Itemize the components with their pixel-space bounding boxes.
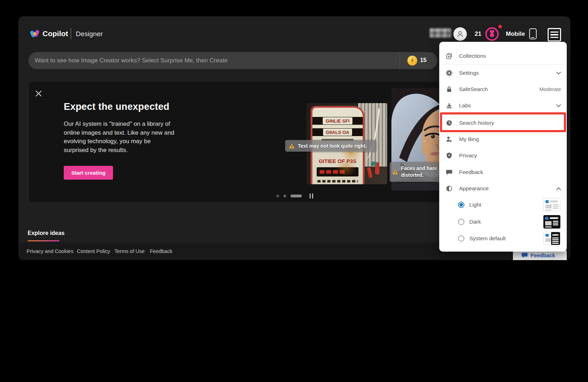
warning-icon xyxy=(392,169,398,175)
appearance-option-light[interactable]: Light xyxy=(439,197,567,213)
collections-icon xyxy=(446,52,453,60)
banner-body: Our AI system is "trained" on a library … xyxy=(64,120,174,155)
phone-icon[interactable] xyxy=(529,28,537,39)
explore-ideas-tab[interactable]: Explore ideas xyxy=(28,230,64,236)
dark-theme-thumbnail[interactable] xyxy=(543,215,560,229)
faces-warning-tooltip: Faces and hand distorted. xyxy=(390,162,440,182)
prompt-search-bar[interactable]: Want to see how Image Creator works? Sel… xyxy=(28,52,437,69)
intro-banner-card: Expect the unexpected Our AI system is "… xyxy=(29,82,440,202)
menu-item-settings[interactable]: Settings xyxy=(439,65,567,81)
menu-item-label: Privacy xyxy=(459,152,477,159)
speech-bubble-icon xyxy=(446,169,453,176)
feedback-button-label: Feedback xyxy=(531,252,555,258)
header-divider xyxy=(70,28,71,39)
menu-item-label: Labs xyxy=(459,102,471,109)
shield-icon xyxy=(446,152,453,159)
pump-sign-text: GIIALS OA xyxy=(326,130,349,135)
footer-link-privacy[interactable]: Privacy and Cookies xyxy=(27,248,73,254)
clock-icon xyxy=(446,119,453,127)
menu-item-collections[interactable]: Collections xyxy=(439,48,567,64)
light-theme-thumbnail[interactable] xyxy=(543,198,560,212)
hamburger-menu-button[interactable] xyxy=(548,28,561,41)
pause-icon[interactable] xyxy=(309,193,315,199)
rewards-count[interactable]: 21 xyxy=(475,30,481,38)
menu-item-feedback[interactable]: Feedback xyxy=(439,164,567,180)
menu-item-label: Feedback xyxy=(459,169,483,175)
menu-item-label: SafeSearch xyxy=(459,86,488,92)
feedback-button[interactable]: Feedback xyxy=(513,250,567,260)
avatar[interactable] xyxy=(453,27,467,41)
menu-item-labs[interactable]: Labs xyxy=(439,97,567,114)
menu-item-search-history[interactable]: Search history xyxy=(439,115,567,131)
boost-count: 15 xyxy=(420,57,426,63)
boost-coin-icon xyxy=(407,56,417,66)
footer-link-terms[interactable]: Terms of Use xyxy=(114,248,145,254)
warning-text: Faces and hand xyxy=(401,165,437,172)
system-theme-thumbnail[interactable] xyxy=(543,232,560,245)
lock-icon xyxy=(446,86,453,93)
appearance-option-label: System default xyxy=(469,235,506,242)
chevron-up-icon xyxy=(556,187,561,190)
notification-dot xyxy=(498,25,502,28)
search-placeholder: Want to see how Image Creator works? Sel… xyxy=(35,52,228,69)
close-icon[interactable] xyxy=(34,89,43,98)
appearance-option-dark[interactable]: Dark xyxy=(439,214,567,230)
menu-item-my-bing[interactable]: My Bing xyxy=(439,131,567,147)
appearance-option-label: Dark xyxy=(469,219,481,225)
menu-item-privacy[interactable]: Privacy xyxy=(439,147,567,164)
start-creating-button[interactable]: Start creating xyxy=(64,166,113,180)
safesearch-value: Moderate xyxy=(539,86,561,92)
footer-link-content-policy[interactable]: Content Policy xyxy=(77,248,110,254)
chevron-down-icon xyxy=(556,104,561,107)
text-warning-tooltip: Text may not look quite right. xyxy=(285,140,376,152)
half-circle-appearance-icon xyxy=(446,185,453,192)
person-icon xyxy=(456,30,464,38)
app-name[interactable]: Copilot xyxy=(43,29,68,38)
menu-item-appearance[interactable]: Appearance xyxy=(439,180,567,197)
menu-separator xyxy=(439,64,567,64)
radio-unselected[interactable] xyxy=(458,219,464,225)
mobile-label[interactable]: Mobile xyxy=(506,30,525,38)
radio-selected[interactable] xyxy=(458,202,464,208)
appearance-option-system-default[interactable]: System default xyxy=(439,230,567,247)
warning-text: distorted. xyxy=(401,172,437,179)
product-name[interactable]: Designer xyxy=(76,30,103,38)
screenshot-stage: Copilot Designer 21 Mobile Want to see h… xyxy=(0,0,588,382)
person-star-icon xyxy=(446,136,453,143)
pump-sign-text: GINLIE SFI xyxy=(326,118,349,124)
radio-unselected[interactable] xyxy=(458,235,464,242)
footer-link-feedback[interactable]: Feedback xyxy=(150,248,173,254)
search-bar-divider xyxy=(400,52,400,69)
menu-item-label: Collections xyxy=(459,53,486,59)
menu-item-label: My Bing xyxy=(459,136,479,142)
feedback-bubble-icon xyxy=(521,253,528,258)
menu-item-label: Settings xyxy=(459,70,479,76)
labs-stamp-icon xyxy=(446,102,453,109)
carousel-active-indicator[interactable] xyxy=(290,195,302,197)
appearance-option-label: Light xyxy=(469,202,481,208)
menu-item-label: Appearance xyxy=(459,185,489,192)
explore-ideas-underline xyxy=(28,240,60,241)
menu-item-safesearch[interactable]: SafeSearch Moderate xyxy=(439,81,567,97)
menu-item-label: Search history xyxy=(459,120,494,126)
carousel-dot[interactable] xyxy=(276,195,279,197)
rewards-medal-icon[interactable] xyxy=(485,27,499,41)
banner-title: Expect the unexpected xyxy=(64,101,169,112)
carousel-dot[interactable] xyxy=(283,195,286,197)
account-name-blurred[interactable] xyxy=(430,28,451,38)
copilot-logo-icon xyxy=(30,29,39,38)
warning-text: Text may not look quite right. xyxy=(298,143,367,149)
gear-icon xyxy=(446,69,453,77)
chevron-down-icon xyxy=(556,72,561,75)
warning-icon xyxy=(289,143,295,149)
